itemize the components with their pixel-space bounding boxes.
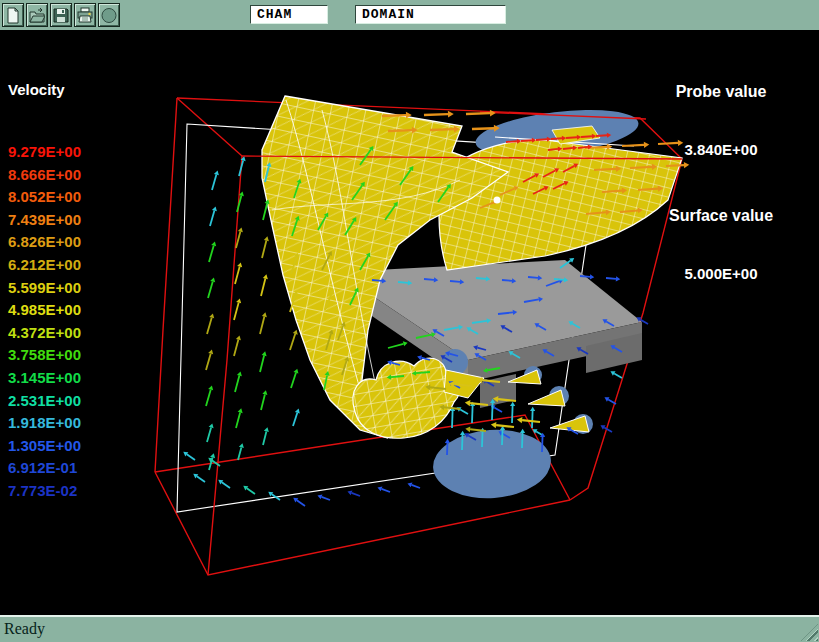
legend-value: 7.439E+00: [8, 209, 81, 232]
floor-opening: [431, 426, 553, 502]
legend-value: 6.826E+00: [8, 231, 81, 254]
legend-value: 6.912E-01: [8, 457, 81, 480]
save-button[interactable]: [50, 3, 72, 27]
legend-value: 8.052E+00: [8, 186, 81, 209]
legend-value: 5.599E+00: [8, 277, 81, 300]
legend-value: 7.773E-02: [8, 480, 81, 503]
print-button[interactable]: [74, 3, 96, 27]
legend-value: 4.985E+00: [8, 299, 81, 322]
probe-readout: Probe value 3.840E+00 Surface value 5.00…: [648, 47, 794, 331]
status-bar: Ready: [0, 615, 819, 642]
open-file-button[interactable]: [26, 3, 48, 27]
velocity-legend: Velocity 9.279E+008.666E+008.052E+007.43…: [8, 45, 81, 539]
domain-field[interactable]: [355, 5, 506, 24]
cham-field[interactable]: [250, 5, 328, 24]
legend-value: 1.305E+00: [8, 435, 81, 458]
probe-value-label: Probe value: [648, 83, 794, 105]
surface-value-label: Surface value: [648, 207, 794, 229]
status-text: Ready: [4, 620, 45, 638]
supply-diffusers: [508, 366, 593, 434]
legend-value: 4.372E+00: [8, 322, 81, 345]
new-file-button[interactable]: [2, 3, 24, 27]
resize-grip[interactable]: [801, 624, 818, 641]
surface-value: 5.000E+00: [648, 265, 794, 287]
toolbar: [0, 0, 819, 30]
legend-value: 6.212E+00: [8, 254, 81, 277]
legend-value: 9.279E+00: [8, 141, 81, 164]
3d-viewport[interactable]: Velocity 9.279E+008.666E+008.052E+007.43…: [0, 30, 819, 615]
legend-value: 3.758E+00: [8, 344, 81, 367]
legend-value: 8.666E+00: [8, 164, 81, 187]
probe-marker: [494, 197, 501, 204]
record-button[interactable]: [98, 3, 120, 27]
legend-value: 3.145E+00: [8, 367, 81, 390]
probe-value: 3.840E+00: [648, 141, 794, 163]
legend-value: 2.531E+00: [8, 390, 81, 413]
legend-value: 1.918E+00: [8, 412, 81, 435]
legend-title: Velocity: [8, 81, 81, 98]
